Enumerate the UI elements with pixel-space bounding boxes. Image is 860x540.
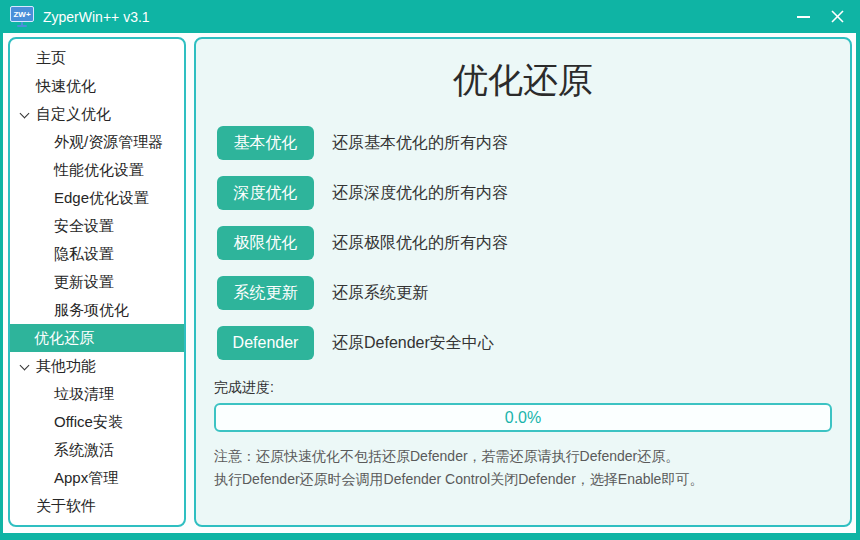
action-row: 系统更新还原系统更新 <box>217 276 832 310</box>
sidebar-nav: 主页快速优化自定义优化外观/资源管理器性能优化设置Edge优化设置安全设置隐私设… <box>8 37 186 527</box>
close-button[interactable] <box>820 0 854 33</box>
sidebar-item-label: 更新设置 <box>54 273 114 290</box>
sidebar-item-4[interactable]: 外观/资源管理器 <box>10 128 184 156</box>
sidebar-item-12[interactable]: 其他功能 <box>10 352 184 380</box>
sidebar-item-17[interactable]: 关于软件 <box>10 492 184 520</box>
sidebar-item-label: Office安装 <box>54 413 123 430</box>
sidebar-item-14[interactable]: Office安装 <box>10 408 184 436</box>
sidebar-item-label: 垃圾清理 <box>54 385 114 402</box>
app-logo-icon: ZW+ <box>10 6 34 27</box>
sidebar-item-label: 隐私设置 <box>54 245 114 262</box>
chevron-down-icon <box>20 361 30 371</box>
sidebar-item-label: 其他功能 <box>36 357 96 374</box>
chevron-down-icon <box>20 109 30 119</box>
note-line-1: 注意：还原快速优化不包括还原Defender，若需还原请执行Defender还原… <box>214 445 832 468</box>
sidebar-item-16[interactable]: Appx管理 <box>10 464 184 492</box>
sidebar-item-15[interactable]: 系统激活 <box>10 436 184 464</box>
sidebar-item-8[interactable]: 隐私设置 <box>10 240 184 268</box>
sidebar-item-label: 关于软件 <box>36 497 96 514</box>
action-row: Defender还原Defender安全中心 <box>217 326 832 360</box>
sidebar-item-10[interactable]: 服务项优化 <box>10 296 184 324</box>
sidebar-item-label: 系统激活 <box>54 441 114 458</box>
action-row: 极限优化还原极限优化的所有内容 <box>217 226 832 260</box>
close-icon <box>831 10 844 23</box>
minimize-icon <box>797 16 810 18</box>
sidebar-item-3[interactable]: 自定义优化 <box>10 100 184 128</box>
sidebar-item-label: 性能优化设置 <box>54 161 144 178</box>
sidebar-item-9[interactable]: 更新设置 <box>10 268 184 296</box>
window-title: ZyperWin++ v3.1 <box>43 9 150 25</box>
restore-button-1[interactable]: 基本优化 <box>217 126 314 160</box>
progress-label: 完成进度: <box>214 379 832 397</box>
sidebar-item-label: Appx管理 <box>54 469 118 486</box>
sidebar-item-11[interactable]: 优化还原 <box>10 324 184 352</box>
notes: 注意：还原快速优化不包括还原Defender，若需还原请执行Defender还原… <box>214 445 832 491</box>
sidebar-item-label: 自定义优化 <box>36 105 111 122</box>
sidebar-item-label: 服务项优化 <box>54 301 129 318</box>
restore-description: 还原系统更新 <box>332 283 428 304</box>
sidebar-item-label: 外观/资源管理器 <box>54 133 163 150</box>
sidebar-item-6[interactable]: Edge优化设置 <box>10 184 184 212</box>
sidebar-item-label: 优化还原 <box>34 329 94 346</box>
action-row: 基本优化还原基本优化的所有内容 <box>217 126 832 160</box>
app-logo-text: ZW+ <box>10 6 34 22</box>
sidebar-item-1[interactable]: 主页 <box>10 44 184 72</box>
sidebar-item-13[interactable]: 垃圾清理 <box>10 380 184 408</box>
sidebar-item-label: 安全设置 <box>54 217 114 234</box>
restore-description: 还原极限优化的所有内容 <box>332 233 508 254</box>
restore-button-2[interactable]: 深度优化 <box>217 176 314 210</box>
restore-description: 还原深度优化的所有内容 <box>332 183 508 204</box>
page-title: 优化还原 <box>214 59 832 101</box>
sidebar-item-label: 快速优化 <box>36 77 96 94</box>
restore-button-5[interactable]: Defender <box>217 326 314 360</box>
progress-bar: 0.0% <box>214 403 832 432</box>
sidebar-item-7[interactable]: 安全设置 <box>10 212 184 240</box>
restore-description: 还原Defender安全中心 <box>332 333 494 354</box>
action-row: 深度优化还原深度优化的所有内容 <box>217 176 832 210</box>
sidebar-item-label: Edge优化设置 <box>54 189 149 206</box>
title-bar: ZW+ ZyperWin++ v3.1 <box>0 0 860 33</box>
main-panel: 优化还原 基本优化还原基本优化的所有内容深度优化还原深度优化的所有内容极限优化还… <box>194 37 852 527</box>
restore-button-3[interactable]: 极限优化 <box>217 226 314 260</box>
restore-button-4[interactable]: 系统更新 <box>217 276 314 310</box>
note-line-2: 执行Defender还原时会调用Defender Control关闭Defend… <box>214 468 832 491</box>
app-window: ZW+ ZyperWin++ v3.1 主页快速优化自定义优化外观/资源管理器性… <box>0 0 860 540</box>
restore-description: 还原基本优化的所有内容 <box>332 133 508 154</box>
minimize-button[interactable] <box>786 0 820 33</box>
sidebar-item-label: 主页 <box>36 49 66 66</box>
progress-value: 0.0% <box>216 405 830 430</box>
sidebar-item-2[interactable]: 快速优化 <box>10 72 184 100</box>
sidebar-item-5[interactable]: 性能优化设置 <box>10 156 184 184</box>
restore-actions: 基本优化还原基本优化的所有内容深度优化还原深度优化的所有内容极限优化还原极限优化… <box>217 126 832 360</box>
